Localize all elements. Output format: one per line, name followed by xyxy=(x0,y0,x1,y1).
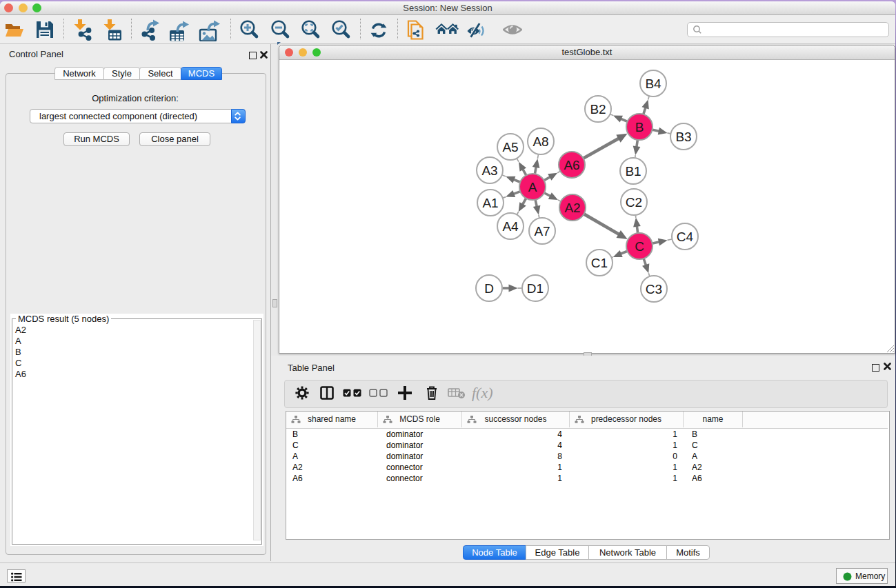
svg-text:C: C xyxy=(635,239,644,254)
svg-text:A: A xyxy=(528,180,537,194)
svg-text:A1: A1 xyxy=(482,196,498,210)
svg-text:A2: A2 xyxy=(564,201,580,215)
svg-text:B: B xyxy=(635,120,644,134)
svg-text:D: D xyxy=(484,281,494,296)
svg-text:C3: C3 xyxy=(646,282,662,296)
svg-text:C4: C4 xyxy=(677,230,694,244)
svg-text:A4: A4 xyxy=(502,219,519,234)
svg-text:A8: A8 xyxy=(532,134,548,149)
svg-text:A3: A3 xyxy=(481,163,497,178)
svg-text:B4: B4 xyxy=(645,77,661,91)
svg-text:B1: B1 xyxy=(625,164,641,179)
svg-text:B3: B3 xyxy=(675,130,691,144)
svg-text:C2: C2 xyxy=(626,195,642,210)
svg-text:D1: D1 xyxy=(527,281,544,296)
svg-text:A7: A7 xyxy=(534,224,550,239)
svg-text:A5: A5 xyxy=(502,140,518,154)
svg-text:B2: B2 xyxy=(590,102,606,116)
svg-text:C1: C1 xyxy=(591,256,608,270)
svg-text:A6: A6 xyxy=(564,158,579,172)
